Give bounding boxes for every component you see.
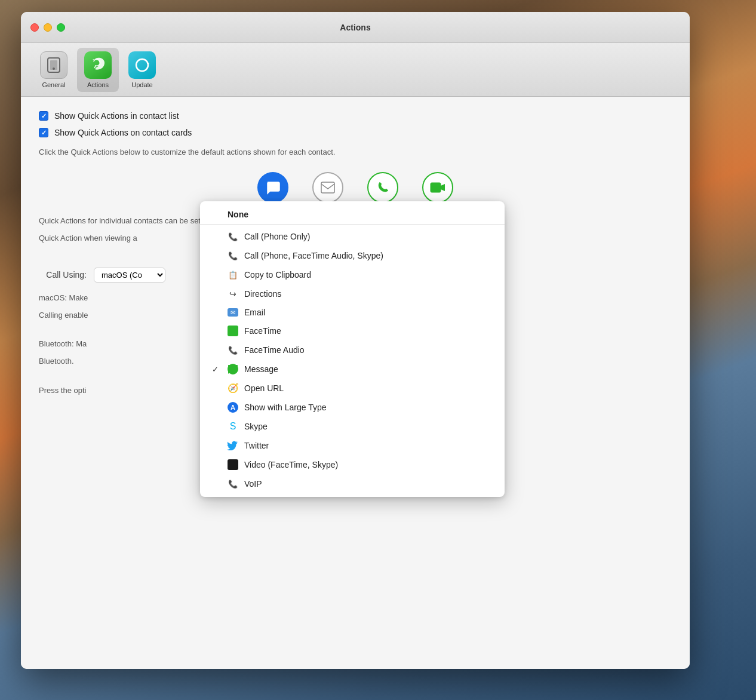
menu-separator-1 — [200, 224, 505, 225]
tab-actions[interactable]: Actions — [77, 48, 119, 92]
svg-rect-5 — [431, 183, 441, 192]
minimize-button[interactable] — [44, 23, 52, 32]
tab-update[interactable]: Update — [121, 48, 163, 92]
menu-facetime-audio[interactable]: 📞 FaceTime Audio — [200, 340, 505, 360]
facetime-icon — [228, 326, 238, 336]
menu-show-large-type[interactable]: A Show with Large Type — [200, 398, 505, 417]
general-icon — [40, 51, 67, 79]
window-title: Actions — [340, 23, 370, 32]
video-facetime-skype-label: Video (FaceTime, Skype) — [244, 460, 338, 469]
large-type-icon: A — [228, 402, 238, 413]
checkbox-contact-cards[interactable] — [39, 128, 48, 137]
actions-label: Actions — [87, 81, 109, 88]
email-icon: ✉ — [228, 308, 238, 317]
main-window: Actions General Actions — [21, 12, 690, 669]
call-phone-only-icon: 📞 — [228, 231, 238, 242]
video-icon — [228, 459, 238, 470]
svg-rect-7 — [228, 461, 235, 468]
skype-label: Skype — [244, 422, 268, 431]
call-phone-facetime-label: Call (Phone, FaceTime Audio, Skype) — [244, 251, 383, 260]
close-button[interactable] — [30, 23, 39, 32]
facetime-audio-icon: 📞 — [228, 345, 238, 355]
menu-none[interactable]: None — [200, 205, 505, 222]
facetime-audio-label: FaceTime Audio — [244, 345, 305, 355]
menu-message[interactable]: ✓ Message — [200, 360, 505, 379]
menu-video-facetime-skype[interactable]: Video (FaceTime, Skype) — [200, 455, 505, 474]
large-type-label: Show with Large Type — [244, 403, 327, 412]
menu-directions[interactable]: ↪ Directions — [200, 284, 505, 303]
description-text: Click the Quick Actions below to customi… — [39, 147, 672, 158]
skype-icon: S — [228, 421, 238, 432]
message-check: ✓ — [212, 365, 222, 374]
menu-call-phone-facetime-skype[interactable]: 📞 Call (Phone, FaceTime Audio, Skype) — [200, 246, 505, 265]
call-using-select[interactable]: macOS (Co — [94, 268, 165, 283]
menu-facetime[interactable]: FaceTime — [200, 321, 505, 340]
checkbox-contact-list[interactable] — [39, 111, 48, 121]
checkbox-label-2: Show Quick Actions on contact cards — [54, 128, 192, 137]
call-phone-only-label: Call (Phone Only) — [244, 232, 311, 241]
menu-voip[interactable]: 📞 VoIP — [200, 474, 505, 493]
directions-label: Directions — [244, 289, 281, 299]
general-label: General — [42, 81, 65, 88]
menu-email[interactable]: ✉ Email — [200, 303, 505, 321]
actions-icon — [84, 51, 112, 79]
menu-skype[interactable]: S Skype — [200, 417, 505, 436]
tab-general[interactable]: General — [33, 48, 75, 92]
twitter-label: Twitter — [244, 441, 269, 450]
message-icon — [228, 364, 238, 374]
checkbox-row-1: Show Quick Actions in contact list — [39, 111, 672, 121]
voip-label: VoIP — [244, 479, 262, 489]
none-label: None — [228, 210, 248, 219]
checkbox-label-1: Show Quick Actions in contact list — [54, 111, 179, 121]
directions-icon: ↪ — [228, 288, 238, 299]
call-using-label: Call Using: — [39, 268, 87, 280]
qa-message-button[interactable] — [257, 172, 288, 203]
menu-call-phone-only[interactable]: 📞 Call (Phone Only) — [200, 227, 505, 246]
message-label: Message — [244, 364, 278, 374]
menu-copy-clipboard[interactable]: 📋 Copy to Clipboard — [200, 265, 505, 284]
content-area: Show Quick Actions in contact list Show … — [21, 97, 690, 669]
checkbox-row-2: Show Quick Actions on contact cards — [39, 128, 672, 137]
svg-rect-6 — [228, 327, 235, 334]
quick-actions-row — [39, 172, 672, 203]
maximize-button[interactable] — [57, 23, 65, 32]
facetime-label: FaceTime — [244, 326, 281, 336]
voip-icon: 📞 — [228, 478, 238, 489]
open-url-icon: 🧭 — [228, 383, 238, 394]
twitter-icon — [228, 440, 238, 451]
qa-email-button[interactable] — [312, 172, 343, 203]
email-label: Email — [244, 308, 265, 317]
toolbar: General Actions Update — [21, 43, 690, 97]
window-controls — [30, 23, 65, 32]
titlebar: Actions — [21, 12, 690, 43]
menu-twitter[interactable]: Twitter — [200, 436, 505, 455]
svg-rect-4 — [321, 182, 334, 193]
copy-clipboard-icon: 📋 — [228, 269, 238, 280]
menu-open-url[interactable]: 🧭 Open URL — [200, 379, 505, 398]
dropdown-menu: None 📞 Call (Phone Only) 📞 Call (Phone, … — [200, 201, 505, 497]
qa-video-button[interactable] — [422, 172, 453, 203]
qa-phone-button[interactable] — [367, 172, 398, 203]
copy-clipboard-label: Copy to Clipboard — [244, 270, 311, 280]
update-icon — [128, 51, 156, 79]
update-label: Update — [131, 81, 152, 88]
call-phone-facetime-icon: 📞 — [228, 250, 238, 261]
open-url-label: Open URL — [244, 383, 284, 393]
svg-point-2 — [53, 67, 55, 70]
